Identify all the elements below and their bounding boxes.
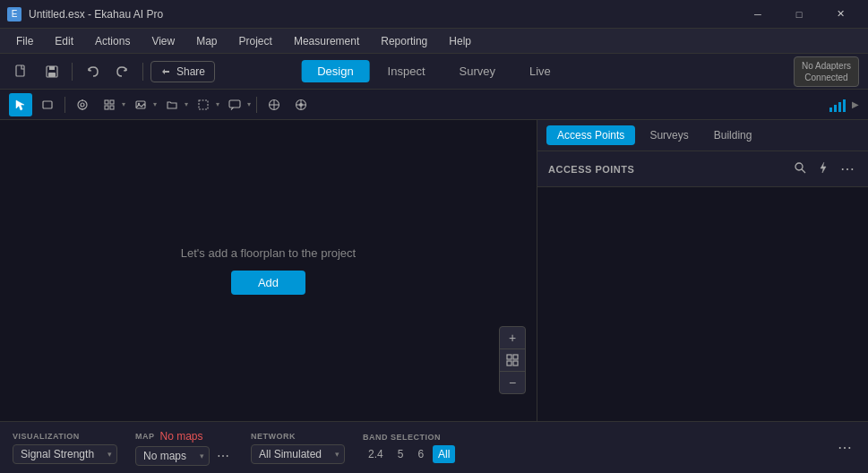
grid-dropdown-arrow[interactable]: ▾ bbox=[122, 100, 125, 108]
band-2-4-button[interactable]: 2.4 bbox=[363, 445, 389, 463]
tool-bounds[interactable] bbox=[192, 93, 215, 116]
menu-view[interactable]: View bbox=[142, 31, 184, 51]
band-5-button[interactable]: 5 bbox=[392, 445, 409, 463]
bounds-dropdown-arrow[interactable]: ▾ bbox=[216, 100, 219, 108]
map-section: MAP No maps No maps ▾ ⋯ bbox=[135, 430, 233, 466]
toolbar: Share Design Inspect Survey Live No Adap… bbox=[0, 54, 868, 90]
band-6-button[interactable]: 6 bbox=[412, 445, 429, 463]
share-button[interactable]: Share bbox=[150, 61, 215, 82]
tool-measure2[interactable] bbox=[289, 93, 313, 116]
panel-tab-building[interactable]: Building bbox=[703, 125, 763, 145]
visualization-select[interactable]: Signal Strength bbox=[13, 444, 117, 464]
minimize-button[interactable]: ─ bbox=[737, 0, 778, 29]
tool-measure1[interactable] bbox=[262, 93, 286, 116]
tab-live[interactable]: Live bbox=[513, 60, 567, 82]
menu-actions[interactable]: Actions bbox=[86, 31, 139, 51]
svg-rect-29 bbox=[507, 355, 511, 359]
zoom-in-button[interactable]: + bbox=[500, 327, 525, 348]
right-panel-content bbox=[537, 187, 868, 421]
zoom-out-button[interactable]: − bbox=[500, 372, 525, 393]
map-select[interactable]: No maps bbox=[135, 446, 210, 466]
panel-bolt-button[interactable] bbox=[815, 159, 831, 179]
svg-rect-17 bbox=[229, 100, 240, 108]
share-label: Share bbox=[176, 65, 205, 78]
svg-rect-27 bbox=[838, 102, 841, 112]
menu-map[interactable]: Map bbox=[187, 31, 226, 51]
panel-tab-surveys[interactable]: Surveys bbox=[639, 125, 699, 145]
svg-rect-25 bbox=[829, 108, 832, 112]
bottom-bar: VISUALIZATION Signal Strength ▾ MAP No m… bbox=[0, 421, 868, 473]
panel-tab-access-points[interactable]: Access Points bbox=[546, 125, 635, 145]
network-section: NETWORK All Simulated ▾ bbox=[251, 432, 345, 464]
menu-file[interactable]: File bbox=[7, 31, 42, 51]
more-dots: ⋯ bbox=[840, 161, 855, 176]
no-maps-text: No maps bbox=[160, 430, 203, 443]
network-select[interactable]: All Simulated bbox=[251, 444, 345, 464]
network-control: All Simulated ▾ bbox=[251, 444, 345, 464]
menu-edit[interactable]: Edit bbox=[46, 31, 82, 51]
speech-dropdown-arrow[interactable]: ▾ bbox=[247, 100, 251, 108]
svg-point-7 bbox=[81, 103, 84, 107]
bottom-more-button[interactable]: ⋯ bbox=[834, 435, 855, 460]
tool-image[interactable] bbox=[129, 93, 152, 116]
menu-help[interactable]: Help bbox=[440, 31, 480, 51]
close-button[interactable]: ✕ bbox=[820, 0, 861, 29]
map-label: MAP bbox=[135, 432, 155, 441]
svg-rect-16 bbox=[199, 100, 208, 109]
panel-more-button[interactable]: ⋯ bbox=[838, 159, 857, 179]
menu-measurement[interactable]: Measurement bbox=[285, 31, 368, 51]
tool-image-group: ▾ bbox=[129, 93, 157, 116]
svg-rect-31 bbox=[507, 361, 511, 366]
title-bar: E Untitled.esx - Ekahau AI Pro ─ □ ✕ bbox=[0, 0, 868, 29]
right-panel-header: ACCESS POINTS ⋯ bbox=[537, 151, 868, 187]
add-floorplan-button[interactable]: Add bbox=[231, 271, 305, 295]
band-buttons: 2.4 5 6 All bbox=[363, 445, 455, 463]
tool-speech[interactable] bbox=[223, 93, 246, 116]
map-more-button[interactable]: ⋯ bbox=[213, 447, 233, 465]
image-dropdown-arrow[interactable]: ▾ bbox=[153, 100, 157, 108]
svg-rect-5 bbox=[43, 101, 52, 108]
right-panel: Access Points Surveys Building ACCESS PO… bbox=[537, 120, 868, 421]
tool-rectangle[interactable] bbox=[36, 93, 59, 116]
new-file-button[interactable] bbox=[9, 59, 34, 84]
maximize-button[interactable]: □ bbox=[778, 0, 820, 29]
svg-rect-26 bbox=[834, 105, 837, 112]
separator-t2 bbox=[256, 97, 257, 113]
svg-line-34 bbox=[802, 169, 805, 173]
adapters-line1: No Adapters bbox=[802, 60, 851, 72]
tool-folder-group: ▾ bbox=[160, 93, 188, 116]
redo-button[interactable] bbox=[110, 59, 135, 84]
canvas-prompt: Let's add a floorplan to the project bbox=[181, 246, 356, 260]
app-icon: E bbox=[7, 7, 21, 22]
panel-search-button[interactable] bbox=[792, 159, 808, 179]
band-section: BAND SELECTION 2.4 5 6 All bbox=[363, 433, 455, 463]
right-panel-title: ACCESS POINTS bbox=[548, 164, 792, 175]
svg-rect-28 bbox=[843, 99, 846, 112]
tool-grid[interactable] bbox=[98, 93, 121, 116]
canvas-area: Let's add a floorplan to the project Add… bbox=[0, 120, 537, 421]
svg-point-33 bbox=[795, 163, 803, 170]
tab-survey[interactable]: Survey bbox=[443, 60, 511, 82]
title-bar-left: E Untitled.esx - Ekahau AI Pro bbox=[7, 7, 163, 22]
band-all-button[interactable]: All bbox=[433, 445, 455, 463]
tool-folder[interactable] bbox=[160, 93, 184, 116]
separator-2 bbox=[142, 63, 143, 81]
menu-project[interactable]: Project bbox=[230, 31, 281, 51]
tab-design[interactable]: Design bbox=[301, 60, 369, 82]
tool-target[interactable] bbox=[71, 93, 94, 116]
undo-button[interactable] bbox=[80, 59, 105, 84]
menu-reporting[interactable]: Reporting bbox=[372, 31, 436, 51]
signal-bar-icon[interactable]: ▶ bbox=[829, 97, 859, 113]
map-select-wrapper: No maps ▾ bbox=[135, 446, 210, 466]
tool-bounds-group: ▾ bbox=[192, 93, 219, 116]
tool-select[interactable] bbox=[9, 93, 32, 116]
tab-inspect[interactable]: Inspect bbox=[372, 60, 442, 82]
visualization-label: VISUALIZATION bbox=[13, 432, 117, 441]
svg-point-6 bbox=[78, 100, 87, 109]
save-file-button[interactable] bbox=[39, 59, 64, 84]
separator-t1 bbox=[64, 97, 65, 113]
zoom-fit-button[interactable] bbox=[500, 349, 525, 371]
folder-dropdown-arrow[interactable]: ▾ bbox=[185, 100, 188, 108]
adapters-badge: No Adapters Connected bbox=[794, 56, 859, 87]
main-content: Let's add a floorplan to the project Add… bbox=[0, 120, 868, 421]
